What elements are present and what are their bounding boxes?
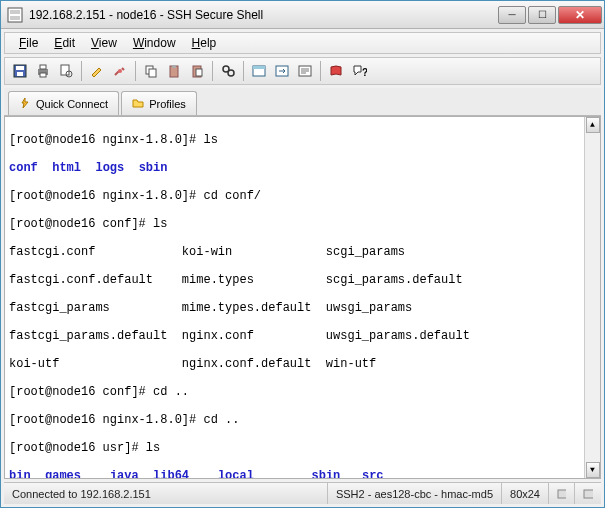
- new-terminal-icon[interactable]: [248, 60, 270, 82]
- svg-rect-1: [10, 10, 20, 14]
- tabbar: Quick Connect Profiles: [4, 88, 601, 116]
- scroll-up-icon[interactable]: ▲: [586, 117, 600, 133]
- file: fastcgi_params.default nginx.conf uwsgi_…: [9, 329, 470, 343]
- toolbar-separator: [81, 61, 82, 81]
- svg-text:?: ?: [362, 67, 367, 78]
- find-icon[interactable]: [217, 60, 239, 82]
- clipboard-icon[interactable]: [186, 60, 208, 82]
- quick-connect-label: Quick Connect: [36, 98, 108, 110]
- copy-icon[interactable]: [140, 60, 162, 82]
- statusbar: Connected to 192.168.2.151 SSH2 - aes128…: [4, 482, 601, 504]
- paste-icon[interactable]: [163, 60, 185, 82]
- svg-rect-26: [584, 490, 593, 498]
- svg-rect-7: [40, 65, 46, 69]
- new-file-transfer-icon[interactable]: [271, 60, 293, 82]
- svg-rect-21: [253, 66, 265, 69]
- toolbar: ?: [4, 57, 601, 85]
- folder-icon: [132, 97, 144, 111]
- settings-icon[interactable]: [294, 60, 316, 82]
- menu-file[interactable]: File: [11, 34, 46, 52]
- svg-rect-15: [172, 65, 176, 68]
- svg-rect-9: [61, 65, 69, 75]
- app-icon: [7, 7, 23, 23]
- maximize-button[interactable]: ☐: [528, 6, 556, 24]
- app-window: 192.168.2.151 - node16 - SSH Secure Shel…: [0, 0, 605, 508]
- scroll-down-icon[interactable]: ▼: [586, 462, 600, 478]
- window-controls: ─ ☐ ✕: [496, 6, 602, 24]
- close-button[interactable]: ✕: [558, 6, 602, 24]
- svg-rect-13: [149, 69, 156, 77]
- svg-rect-5: [17, 72, 23, 76]
- file: fastcgi_params mime.types.default uwsgi_…: [9, 301, 412, 315]
- file: koi-utf nginx.conf.default win-utf: [9, 357, 376, 371]
- svg-rect-4: [16, 66, 24, 70]
- disconnect-icon[interactable]: [109, 60, 131, 82]
- help-book-icon[interactable]: [325, 60, 347, 82]
- menu-window[interactable]: Window: [125, 34, 184, 52]
- file: fastcgi.conf koi-win scgi_params: [9, 245, 405, 259]
- svg-rect-2: [10, 16, 20, 20]
- status-connected: Connected to 192.168.2.151: [4, 483, 328, 504]
- profiles-tab[interactable]: Profiles: [121, 91, 197, 115]
- status-cipher: SSH2 - aes128-cbc - hmac-md5: [328, 483, 502, 504]
- titlebar: 192.168.2.151 - node16 - SSH Secure Shel…: [1, 1, 604, 29]
- toolbar-separator: [243, 61, 244, 81]
- file: fastcgi.conf.default mime.types scgi_par…: [9, 273, 463, 287]
- quick-connect-tab[interactable]: Quick Connect: [8, 91, 119, 115]
- lightning-icon: [19, 97, 31, 111]
- svg-rect-8: [40, 73, 46, 77]
- menu-help[interactable]: Help: [184, 34, 225, 52]
- svg-point-11: [118, 69, 122, 73]
- terminal[interactable]: [root@node16 nginx-1.8.0]# ls conf html …: [4, 116, 601, 479]
- menu-edit[interactable]: Edit: [46, 34, 83, 52]
- profiles-label: Profiles: [149, 98, 186, 110]
- status-termsize: 80x24: [502, 483, 549, 504]
- save-icon[interactable]: [9, 60, 31, 82]
- status-indicator-2: [575, 483, 601, 504]
- print-icon[interactable]: [32, 60, 54, 82]
- minimize-button[interactable]: ─: [498, 6, 526, 24]
- scrollbar[interactable]: ▲ ▼: [584, 117, 600, 478]
- whats-this-icon[interactable]: ?: [348, 60, 370, 82]
- connect-icon[interactable]: [86, 60, 108, 82]
- svg-point-19: [228, 70, 234, 76]
- toolbar-separator: [135, 61, 136, 81]
- toolbar-separator: [212, 61, 213, 81]
- toolbar-separator: [320, 61, 321, 81]
- status-indicator-1: [549, 483, 575, 504]
- menu-view[interactable]: View: [83, 34, 125, 52]
- svg-rect-17: [196, 69, 202, 76]
- svg-rect-25: [558, 490, 566, 498]
- menubar: File Edit View Window Help: [4, 32, 601, 54]
- print-preview-icon[interactable]: [55, 60, 77, 82]
- window-title: 192.168.2.151 - node16 - SSH Secure Shel…: [29, 8, 496, 22]
